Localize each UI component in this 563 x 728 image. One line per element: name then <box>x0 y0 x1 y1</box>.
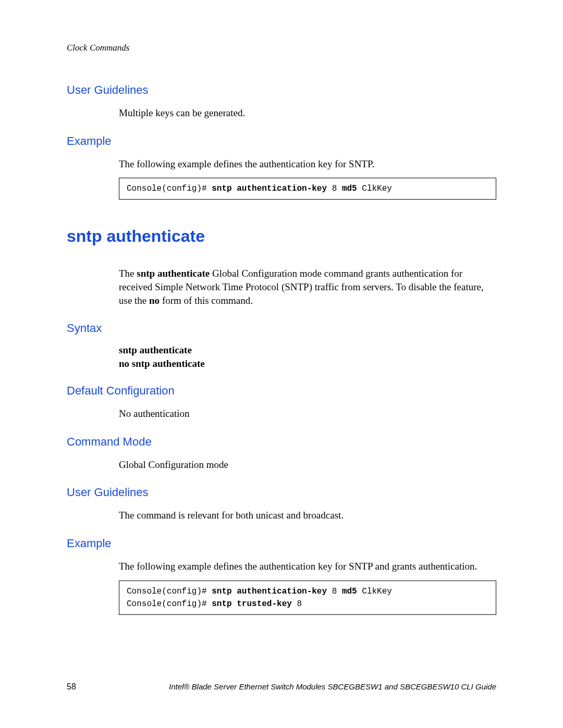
code-cmd: sntp trusted-key <box>212 599 292 609</box>
code-prompt: Console(config)# <box>127 184 212 193</box>
code-arg: ClkKey <box>357 184 392 193</box>
command-description: The sntp authenticate Global Configurati… <box>119 267 496 307</box>
body-block: Multiple keys can be generated. <box>119 106 496 120</box>
body-block: The following example defines the authen… <box>119 560 496 615</box>
body-block: The command is relevant for both unicast… <box>119 509 496 522</box>
desc-pre: The <box>119 268 137 279</box>
code-prompt: Console(config)# <box>127 587 212 596</box>
heading-default-config: Default Configuration <box>67 384 496 398</box>
page: Clock Commands User Guidelines Multiple … <box>0 0 563 728</box>
code-cmd: sntp authentication-key <box>212 184 327 193</box>
example-2-intro: The following example defines the authen… <box>119 560 496 573</box>
body-block: sntp authenticate no sntp authenticate <box>119 344 496 369</box>
user-guidelines-2-text: The command is relevant for both unicast… <box>119 509 496 522</box>
body-block: The following example defines the authen… <box>119 157 496 200</box>
heading-user-guidelines-2: User Guidelines <box>67 486 496 499</box>
footer-title: Intel® Blade Server Ethernet Switch Modu… <box>169 682 496 691</box>
heading-syntax: Syntax <box>67 322 496 335</box>
desc-bold2: no <box>149 295 160 306</box>
default-config-text: No authentication <box>119 407 496 421</box>
command-title: sntp authenticate <box>67 227 496 246</box>
desc-post: form of this command. <box>160 295 253 306</box>
code-arg: 8 <box>327 587 342 596</box>
code-arg: 8 <box>292 599 302 609</box>
syntax-line-2: no sntp authenticate <box>119 358 496 369</box>
heading-command-mode: Command Mode <box>67 435 496 449</box>
heading-example-1: Example <box>67 134 496 148</box>
code-box-1: Console(config)# sntp authentication-key… <box>119 178 496 200</box>
heading-user-guidelines-1: User Guidelines <box>67 83 496 97</box>
running-header: Clock Commands <box>67 43 496 53</box>
heading-example-2: Example <box>67 537 496 550</box>
code-alg: md5 <box>342 184 357 193</box>
code-alg: md5 <box>342 587 357 596</box>
page-number: 58 <box>67 682 76 692</box>
syntax-line-1: sntp authenticate <box>119 344 496 356</box>
footer: 58 Intel® Blade Server Ethernet Switch M… <box>67 682 496 692</box>
body-block: No authentication <box>119 407 496 421</box>
body-block: The sntp authenticate Global Configurati… <box>119 267 496 307</box>
command-mode-text: Global Configuration mode <box>119 458 496 472</box>
code-box-2: Console(config)# sntp authentication-key… <box>119 581 496 615</box>
code-arg: 8 <box>327 184 342 193</box>
example-1-intro: The following example defines the authen… <box>119 157 496 171</box>
user-guidelines-1-text: Multiple keys can be generated. <box>119 106 496 120</box>
code-arg: ClkKey <box>357 587 392 596</box>
body-block: Global Configuration mode <box>119 458 496 472</box>
code-cmd: sntp authentication-key <box>212 587 327 596</box>
code-prompt: Console(config)# <box>127 599 212 609</box>
desc-bold1: sntp authenticate <box>137 268 210 279</box>
